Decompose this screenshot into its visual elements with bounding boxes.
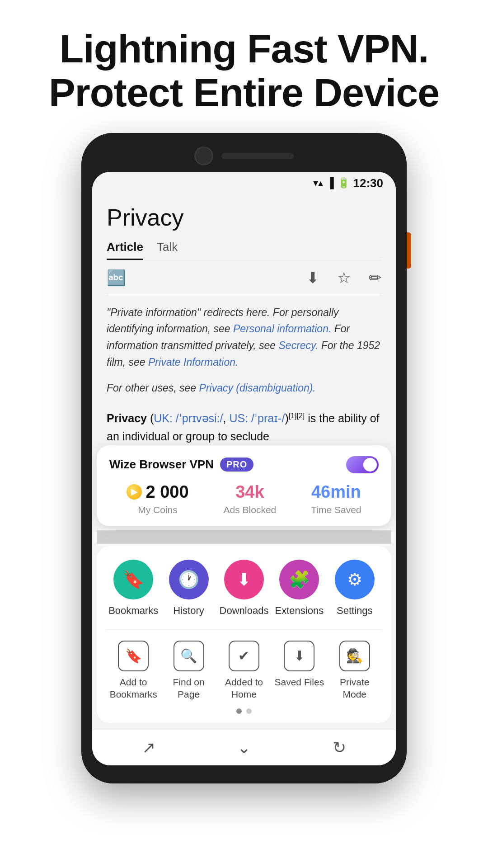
menu-chevron-icon[interactable]: ⌄ <box>237 738 251 757</box>
share-icon[interactable]: ↗ <box>142 738 155 757</box>
find-on-page-icon: 🔍 <box>174 641 204 671</box>
vpn-stats: ▶ 2 000 My Coins 34k Ads Blocked 46min T… <box>109 482 379 515</box>
menu-item-settings[interactable]: ⚙ Settings <box>328 560 382 617</box>
speaker-bar <box>221 153 294 159</box>
add-bookmarks-icon: 🔖 <box>118 641 149 671</box>
downloads-label: Downloads <box>220 605 269 617</box>
toggle-knob <box>363 458 377 472</box>
coin-icon: ▶ <box>127 484 142 500</box>
vpn-card-header: Wize Browser VPN PRO <box>109 456 379 473</box>
link-uk[interactable]: UK: /ˈprɪvəsi:/ <box>154 412 223 425</box>
menu-item-add-bookmarks[interactable]: 🔖 Add to Bookmarks <box>106 641 160 701</box>
link-disambig[interactable]: Privacy (disambiguation). <box>199 382 316 394</box>
link-secrecy[interactable]: Secrecy. <box>279 340 319 351</box>
dot-2 <box>246 708 252 714</box>
wiki-intro: "Private information" redirects here. Fo… <box>107 295 381 371</box>
bookmarks-icon-circle: 🔖 <box>113 560 153 599</box>
forward-icon[interactable]: ↻ <box>333 738 346 757</box>
bookmarks-label: Bookmarks <box>108 605 158 617</box>
phone-top-bar <box>92 146 396 165</box>
coins-value: ▶ 2 000 <box>127 482 188 502</box>
wifi-icon: ▾▴ <box>313 177 323 189</box>
menu-item-private-mode[interactable]: 🕵 Private Mode <box>328 641 382 701</box>
menu-row-1: 🔖 Bookmarks 🕐 History ⬇ Downloads 🧩 Exte… <box>106 560 382 617</box>
history-icon-circle: 🕐 <box>169 560 209 599</box>
vpn-stat-time: 46min Time Saved <box>311 482 361 515</box>
extensions-label: Extensions <box>275 605 324 617</box>
wiki-toolbar-right: ⬇ ☆ ✏ <box>306 269 381 287</box>
menu-divider <box>106 629 382 630</box>
menu-item-added-to-home[interactable]: ✔ Added to Home <box>217 641 271 701</box>
edit-icon[interactable]: ✏ <box>369 269 381 287</box>
pro-badge: PRO <box>220 458 253 472</box>
dot-1 <box>236 708 242 714</box>
saved-files-icon: ⬇ <box>284 641 314 671</box>
menu-item-bookmarks[interactable]: 🔖 Bookmarks <box>106 560 160 617</box>
pagination-dots <box>106 708 382 714</box>
vpn-title: Wize Browser VPN <box>109 458 214 472</box>
wiki-disambig: For other uses, see Privacy (disambiguat… <box>107 371 381 402</box>
find-on-page-label: Find on Page <box>162 676 216 701</box>
menu-row-2: 🔖 Add to Bookmarks 🔍 Find on Page ✔ Adde… <box>106 641 382 701</box>
downloads-icon-circle: ⬇ <box>224 560 264 599</box>
saved-files-label: Saved Files <box>275 676 324 688</box>
tab-talk[interactable]: Talk <box>157 240 178 260</box>
bottom-nav: ↗ ⌄ ↻ <box>92 730 396 765</box>
menu-item-history[interactable]: 🕐 History <box>162 560 216 617</box>
added-to-home-icon: ✔ <box>229 641 259 671</box>
time-label: Time Saved <box>311 505 361 515</box>
private-mode-label: Private Mode <box>328 676 382 701</box>
signal-icon: ▐ <box>327 177 334 189</box>
status-time: 12:30 <box>353 176 384 190</box>
add-bookmarks-label: Add to Bookmarks <box>106 676 160 701</box>
coins-label: My Coins <box>138 505 178 515</box>
wiki-tabs: Article Talk <box>107 240 381 260</box>
menu-item-downloads[interactable]: ⬇ Downloads <box>217 560 271 617</box>
hero-title: Lightning Fast VPN. Protect Entire Devic… <box>22 0 466 133</box>
wiki-content: Privacy Article Talk 🔤 ⬇ ☆ ✏ "Private in… <box>92 193 396 445</box>
extensions-icon-circle: 🧩 <box>279 560 319 599</box>
history-label: History <box>173 605 204 617</box>
private-mode-icon: 🕵 <box>339 641 370 671</box>
vpn-title-row: Wize Browser VPN PRO <box>109 458 253 472</box>
status-bar: ▾▴ ▐ 🔋 12:30 <box>92 172 396 193</box>
time-value: 46min <box>311 482 361 502</box>
menu-item-extensions[interactable]: 🧩 Extensions <box>272 560 326 617</box>
tab-article[interactable]: Article <box>107 240 143 260</box>
vpn-card: Wize Browser VPN PRO ▶ 2 000 My Coins 34… <box>97 445 391 526</box>
menu-item-find-on-page[interactable]: 🔍 Find on Page <box>162 641 216 701</box>
phone-screen: ▾▴ ▐ 🔋 12:30 Privacy Article Talk 🔤 ⬇ ☆ … <box>92 172 396 766</box>
vpn-toggle[interactable] <box>346 456 379 473</box>
menu-card: 🔖 Bookmarks 🕐 History ⬇ Downloads 🧩 Exte… <box>97 546 391 723</box>
translate-icon[interactable]: 🔤 <box>107 269 126 287</box>
link-personal-info[interactable]: Personal information. <box>233 323 331 335</box>
phone-mockup: ▾▴ ▐ 🔋 12:30 Privacy Article Talk 🔤 ⬇ ☆ … <box>81 133 407 784</box>
star-icon[interactable]: ☆ <box>337 269 351 287</box>
battery-icon: 🔋 <box>338 177 350 189</box>
added-to-home-label: Added to Home <box>217 676 271 701</box>
wiki-page-title: Privacy <box>107 204 381 231</box>
menu-item-saved-files[interactable]: ⬇ Saved Files <box>272 641 326 701</box>
link-us[interactable]: US: /ˈpraɪ-/ <box>229 412 285 425</box>
link-private-info[interactable]: Private Information. <box>148 356 238 368</box>
ads-label: Ads Blocked <box>224 505 277 515</box>
vpn-stat-ads: 34k Ads Blocked <box>224 482 277 515</box>
status-icons: ▾▴ ▐ 🔋 12:30 <box>313 176 383 190</box>
wiki-toolbar: 🔤 ⬇ ☆ ✏ <box>107 260 381 295</box>
ads-value: 34k <box>235 482 264 502</box>
power-button <box>407 232 411 269</box>
obscured-text-strip <box>97 530 391 544</box>
download-icon[interactable]: ⬇ <box>306 269 319 287</box>
vpn-stat-coins: ▶ 2 000 My Coins <box>127 482 188 515</box>
settings-icon-circle: ⚙ <box>335 560 375 599</box>
wiki-body-text: Privacy (UK: /ˈprɪvəsi:/, US: /ˈpraɪ-/)[… <box>107 402 381 445</box>
settings-label: Settings <box>337 605 373 617</box>
camera-dot <box>194 146 213 165</box>
